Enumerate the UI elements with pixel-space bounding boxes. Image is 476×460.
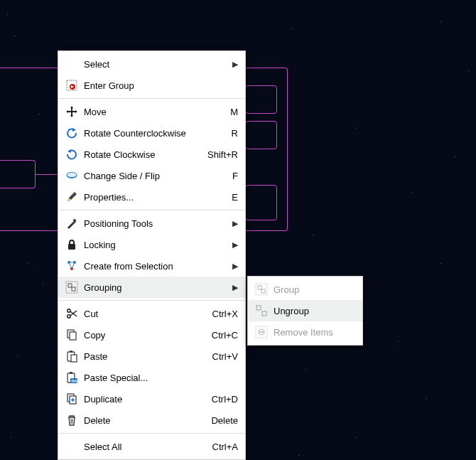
menu-separator [58,210,245,210]
paste-special-icon: R42 [64,370,80,385]
menu-duplicate[interactable]: Duplicate Ctrl+D [58,388,245,410]
svg-rect-9 [68,284,72,287]
flip-icon [64,168,80,183]
blank-icon [64,439,80,454]
menu-properties[interactable]: Properties... E [58,186,245,208]
menu-label: Rotate Clockwise [84,149,207,160]
menu-shortcut: E [232,192,238,203]
canvas-box-4 [245,185,277,220]
svg-point-12 [67,315,70,318]
chevron-right-icon: ▶ [231,219,238,228]
scissors-icon [64,306,80,321]
menu-positioning-tools[interactable]: Positioning Tools ▶ [58,213,245,234]
menu-copy[interactable]: Copy Ctrl+C [58,324,245,346]
menu-label: Paste Special... [84,373,238,383]
svg-rect-19 [70,372,72,374]
menu-shortcut: M [230,107,238,117]
menu-enter-group[interactable]: Enter Group [58,75,245,96]
svg-point-11 [67,309,70,312]
grouping-icon [64,279,80,295]
svg-rect-17 [71,355,77,362]
create-selection-icon [64,258,80,274]
menu-label: Positioning Tools [84,218,231,229]
menu-separator [58,433,245,434]
menu-shortcut: Ctrl+D [212,394,238,405]
canvas-box-1 [245,85,277,114]
menu-rotate-cw[interactable]: Rotate Clockwise Shift+R [58,144,245,165]
menu-label: Remove Items [274,327,355,338]
menu-label: Group [274,284,355,295]
pencil-icon [64,189,80,205]
menu-separator [58,300,245,301]
menu-grouping[interactable]: Grouping ▶ [58,277,245,298]
chevron-right-icon: ▶ [231,283,238,292]
menu-label: Enter Group [84,80,238,91]
menu-label: Locking [84,240,231,250]
menu-label: Properties... [84,192,232,203]
menu-shortcut: Delete [211,415,238,426]
copy-icon [64,327,80,343]
svg-text:R42: R42 [72,379,78,383]
svg-rect-14 [70,332,76,340]
menu-select[interactable]: Select ▶ [58,53,245,75]
menu-label: Delete [84,415,211,426]
menu-rotate-ccw[interactable]: Rotate Counterclockwise R [58,122,245,144]
menu-label: Cut [84,309,212,319]
menu-shortcut: Shift+R [207,149,238,160]
menu-label: Paste [84,351,212,362]
menu-move[interactable]: Move M [58,101,245,122]
group-icon [254,282,269,297]
remove-items-icon [254,324,269,340]
menu-paste[interactable]: Paste Ctrl+V [58,346,245,367]
svg-rect-16 [70,351,72,353]
paste-icon [64,348,80,364]
submenu-group: Group [248,279,362,300]
menu-shortcut: Ctrl+C [212,330,238,341]
trash-icon [64,412,80,428]
svg-rect-4 [68,244,75,250]
menu-create-from-selection[interactable]: Create from Selection ▶ [58,255,245,277]
lock-icon [64,237,80,252]
chevron-right-icon: ▶ [231,240,238,250]
svg-rect-27 [256,306,261,310]
rotate-cw-icon [64,146,80,162]
svg-rect-10 [72,287,75,291]
wand-icon [64,215,80,231]
svg-rect-28 [262,311,266,316]
menu-label: Duplicate [84,394,212,405]
menu-label: Ungroup [274,306,355,316]
menu-flip[interactable]: Change Side / Flip F [58,165,245,186]
rotate-ccw-icon [64,125,80,141]
canvas-box-2 [245,121,277,149]
menu-separator [58,98,245,99]
grouping-submenu: Group Ungroup Remove Items [247,276,363,346]
svg-rect-26 [261,289,265,293]
menu-delete[interactable]: Delete Delete [58,410,245,431]
menu-cut[interactable]: Cut Ctrl+X [58,303,245,324]
menu-label: Select All [84,442,212,452]
move-icon [64,104,80,119]
chevron-right-icon: ▶ [231,60,238,69]
menu-shortcut: Ctrl+X [212,309,238,319]
menu-label: Create from Selection [84,261,231,272]
menu-label: Grouping [84,282,231,293]
ungroup-icon [254,303,269,319]
menu-select-all[interactable]: Select All Ctrl+A [58,436,245,457]
submenu-remove-items: Remove Items [248,321,362,343]
menu-locking[interactable]: Locking ▶ [58,234,245,255]
menu-paste-special[interactable]: R42 Paste Special... [58,367,245,388]
menu-label: Change Side / Flip [84,171,232,181]
menu-shortcut: R [232,128,238,139]
menu-shortcut: Ctrl+V [212,351,238,362]
chevron-right-icon: ▶ [231,262,238,271]
submenu-ungroup[interactable]: Ungroup [248,300,362,321]
svg-point-3 [67,173,77,178]
menu-label: Move [84,107,230,117]
enter-group-icon [64,77,80,93]
canvas-box-3 [0,160,36,188]
canvas-connector-1 [36,174,57,175]
menu-label: Select [84,59,231,70]
context-menu: Select ▶ Enter Group Move M Rotate Count… [58,50,246,460]
blank-icon [64,56,80,72]
menu-shortcut: F [232,171,238,181]
